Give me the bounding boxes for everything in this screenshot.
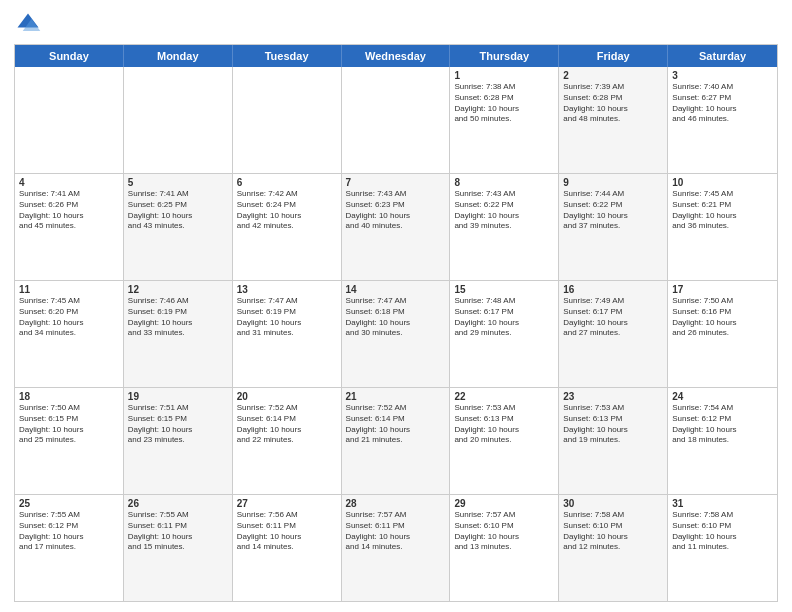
cal-week-2: 4Sunrise: 7:41 AM Sunset: 6:26 PM Daylig… bbox=[15, 174, 777, 281]
cell-text: Sunrise: 7:50 AM Sunset: 6:16 PM Dayligh… bbox=[672, 296, 773, 339]
cell-text: Sunrise: 7:58 AM Sunset: 6:10 PM Dayligh… bbox=[563, 510, 663, 553]
day-number: 23 bbox=[563, 391, 663, 402]
cal-empty-0-1 bbox=[124, 67, 233, 173]
cell-text: Sunrise: 7:51 AM Sunset: 6:15 PM Dayligh… bbox=[128, 403, 228, 446]
day-number: 13 bbox=[237, 284, 337, 295]
cal-day-5: 5Sunrise: 7:41 AM Sunset: 6:25 PM Daylig… bbox=[124, 174, 233, 280]
cal-day-14: 14Sunrise: 7:47 AM Sunset: 6:18 PM Dayli… bbox=[342, 281, 451, 387]
cell-text: Sunrise: 7:48 AM Sunset: 6:17 PM Dayligh… bbox=[454, 296, 554, 339]
cell-text: Sunrise: 7:53 AM Sunset: 6:13 PM Dayligh… bbox=[563, 403, 663, 446]
cell-text: Sunrise: 7:40 AM Sunset: 6:27 PM Dayligh… bbox=[672, 82, 773, 125]
cal-day-17: 17Sunrise: 7:50 AM Sunset: 6:16 PM Dayli… bbox=[668, 281, 777, 387]
cal-day-11: 11Sunrise: 7:45 AM Sunset: 6:20 PM Dayli… bbox=[15, 281, 124, 387]
cal-header-friday: Friday bbox=[559, 45, 668, 67]
cal-day-4: 4Sunrise: 7:41 AM Sunset: 6:26 PM Daylig… bbox=[15, 174, 124, 280]
day-number: 30 bbox=[563, 498, 663, 509]
calendar-header-row: SundayMondayTuesdayWednesdayThursdayFrid… bbox=[15, 45, 777, 67]
cal-day-8: 8Sunrise: 7:43 AM Sunset: 6:22 PM Daylig… bbox=[450, 174, 559, 280]
cal-day-27: 27Sunrise: 7:56 AM Sunset: 6:11 PM Dayli… bbox=[233, 495, 342, 601]
day-number: 7 bbox=[346, 177, 446, 188]
cell-text: Sunrise: 7:41 AM Sunset: 6:26 PM Dayligh… bbox=[19, 189, 119, 232]
cal-day-2: 2Sunrise: 7:39 AM Sunset: 6:28 PM Daylig… bbox=[559, 67, 668, 173]
cell-text: Sunrise: 7:45 AM Sunset: 6:21 PM Dayligh… bbox=[672, 189, 773, 232]
cal-day-1: 1Sunrise: 7:38 AM Sunset: 6:28 PM Daylig… bbox=[450, 67, 559, 173]
calendar-body: 1Sunrise: 7:38 AM Sunset: 6:28 PM Daylig… bbox=[15, 67, 777, 601]
cal-day-29: 29Sunrise: 7:57 AM Sunset: 6:10 PM Dayli… bbox=[450, 495, 559, 601]
day-number: 2 bbox=[563, 70, 663, 81]
cell-text: Sunrise: 7:49 AM Sunset: 6:17 PM Dayligh… bbox=[563, 296, 663, 339]
cell-text: Sunrise: 7:44 AM Sunset: 6:22 PM Dayligh… bbox=[563, 189, 663, 232]
cell-text: Sunrise: 7:56 AM Sunset: 6:11 PM Dayligh… bbox=[237, 510, 337, 553]
day-number: 19 bbox=[128, 391, 228, 402]
day-number: 11 bbox=[19, 284, 119, 295]
day-number: 14 bbox=[346, 284, 446, 295]
cal-day-19: 19Sunrise: 7:51 AM Sunset: 6:15 PM Dayli… bbox=[124, 388, 233, 494]
cal-day-21: 21Sunrise: 7:52 AM Sunset: 6:14 PM Dayli… bbox=[342, 388, 451, 494]
cal-empty-0-3 bbox=[342, 67, 451, 173]
page: SundayMondayTuesdayWednesdayThursdayFrid… bbox=[0, 0, 792, 612]
day-number: 22 bbox=[454, 391, 554, 402]
cell-text: Sunrise: 7:52 AM Sunset: 6:14 PM Dayligh… bbox=[237, 403, 337, 446]
cal-day-20: 20Sunrise: 7:52 AM Sunset: 6:14 PM Dayli… bbox=[233, 388, 342, 494]
cell-text: Sunrise: 7:45 AM Sunset: 6:20 PM Dayligh… bbox=[19, 296, 119, 339]
day-number: 10 bbox=[672, 177, 773, 188]
cell-text: Sunrise: 7:57 AM Sunset: 6:10 PM Dayligh… bbox=[454, 510, 554, 553]
cal-week-5: 25Sunrise: 7:55 AM Sunset: 6:12 PM Dayli… bbox=[15, 495, 777, 601]
cal-day-24: 24Sunrise: 7:54 AM Sunset: 6:12 PM Dayli… bbox=[668, 388, 777, 494]
cal-day-28: 28Sunrise: 7:57 AM Sunset: 6:11 PM Dayli… bbox=[342, 495, 451, 601]
cell-text: Sunrise: 7:53 AM Sunset: 6:13 PM Dayligh… bbox=[454, 403, 554, 446]
day-number: 25 bbox=[19, 498, 119, 509]
day-number: 12 bbox=[128, 284, 228, 295]
day-number: 5 bbox=[128, 177, 228, 188]
cell-text: Sunrise: 7:52 AM Sunset: 6:14 PM Dayligh… bbox=[346, 403, 446, 446]
cal-header-saturday: Saturday bbox=[668, 45, 777, 67]
day-number: 20 bbox=[237, 391, 337, 402]
cal-header-wednesday: Wednesday bbox=[342, 45, 451, 67]
cell-text: Sunrise: 7:54 AM Sunset: 6:12 PM Dayligh… bbox=[672, 403, 773, 446]
cal-week-1: 1Sunrise: 7:38 AM Sunset: 6:28 PM Daylig… bbox=[15, 67, 777, 174]
day-number: 27 bbox=[237, 498, 337, 509]
cal-header-monday: Monday bbox=[124, 45, 233, 67]
cal-empty-0-2 bbox=[233, 67, 342, 173]
cell-text: Sunrise: 7:43 AM Sunset: 6:23 PM Dayligh… bbox=[346, 189, 446, 232]
cell-text: Sunrise: 7:41 AM Sunset: 6:25 PM Dayligh… bbox=[128, 189, 228, 232]
cell-text: Sunrise: 7:39 AM Sunset: 6:28 PM Dayligh… bbox=[563, 82, 663, 125]
cal-day-3: 3Sunrise: 7:40 AM Sunset: 6:27 PM Daylig… bbox=[668, 67, 777, 173]
day-number: 24 bbox=[672, 391, 773, 402]
cal-day-7: 7Sunrise: 7:43 AM Sunset: 6:23 PM Daylig… bbox=[342, 174, 451, 280]
day-number: 4 bbox=[19, 177, 119, 188]
cell-text: Sunrise: 7:38 AM Sunset: 6:28 PM Dayligh… bbox=[454, 82, 554, 125]
cell-text: Sunrise: 7:58 AM Sunset: 6:10 PM Dayligh… bbox=[672, 510, 773, 553]
cal-day-30: 30Sunrise: 7:58 AM Sunset: 6:10 PM Dayli… bbox=[559, 495, 668, 601]
cal-day-26: 26Sunrise: 7:55 AM Sunset: 6:11 PM Dayli… bbox=[124, 495, 233, 601]
day-number: 3 bbox=[672, 70, 773, 81]
day-number: 9 bbox=[563, 177, 663, 188]
cal-header-sunday: Sunday bbox=[15, 45, 124, 67]
cal-day-10: 10Sunrise: 7:45 AM Sunset: 6:21 PM Dayli… bbox=[668, 174, 777, 280]
day-number: 17 bbox=[672, 284, 773, 295]
cal-header-tuesday: Tuesday bbox=[233, 45, 342, 67]
cell-text: Sunrise: 7:47 AM Sunset: 6:19 PM Dayligh… bbox=[237, 296, 337, 339]
cal-day-18: 18Sunrise: 7:50 AM Sunset: 6:15 PM Dayli… bbox=[15, 388, 124, 494]
cal-day-31: 31Sunrise: 7:58 AM Sunset: 6:10 PM Dayli… bbox=[668, 495, 777, 601]
cal-day-6: 6Sunrise: 7:42 AM Sunset: 6:24 PM Daylig… bbox=[233, 174, 342, 280]
cal-week-4: 18Sunrise: 7:50 AM Sunset: 6:15 PM Dayli… bbox=[15, 388, 777, 495]
cell-text: Sunrise: 7:50 AM Sunset: 6:15 PM Dayligh… bbox=[19, 403, 119, 446]
cal-week-3: 11Sunrise: 7:45 AM Sunset: 6:20 PM Dayli… bbox=[15, 281, 777, 388]
cell-text: Sunrise: 7:55 AM Sunset: 6:12 PM Dayligh… bbox=[19, 510, 119, 553]
cal-day-22: 22Sunrise: 7:53 AM Sunset: 6:13 PM Dayli… bbox=[450, 388, 559, 494]
calendar: SundayMondayTuesdayWednesdayThursdayFrid… bbox=[14, 44, 778, 602]
cal-header-thursday: Thursday bbox=[450, 45, 559, 67]
logo bbox=[14, 10, 46, 38]
day-number: 6 bbox=[237, 177, 337, 188]
cal-empty-0-0 bbox=[15, 67, 124, 173]
cell-text: Sunrise: 7:55 AM Sunset: 6:11 PM Dayligh… bbox=[128, 510, 228, 553]
day-number: 31 bbox=[672, 498, 773, 509]
header bbox=[14, 10, 778, 38]
cal-day-9: 9Sunrise: 7:44 AM Sunset: 6:22 PM Daylig… bbox=[559, 174, 668, 280]
day-number: 16 bbox=[563, 284, 663, 295]
day-number: 15 bbox=[454, 284, 554, 295]
day-number: 18 bbox=[19, 391, 119, 402]
day-number: 28 bbox=[346, 498, 446, 509]
day-number: 8 bbox=[454, 177, 554, 188]
